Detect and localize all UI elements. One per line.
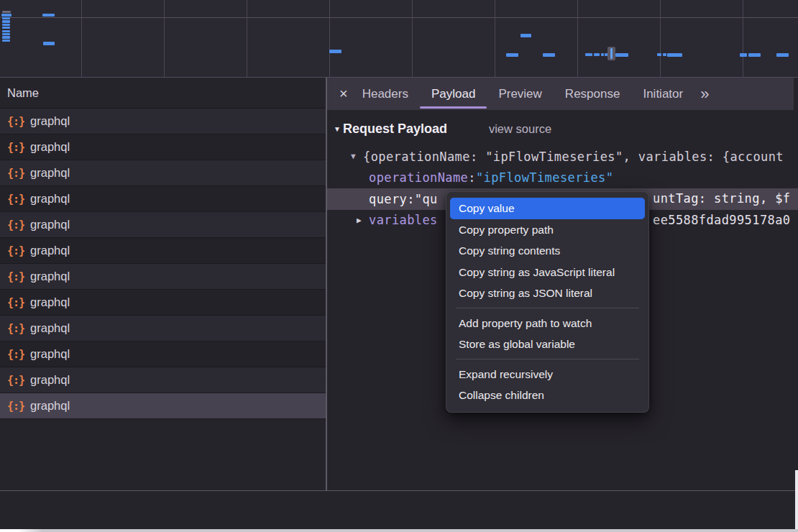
request-row[interactable]: {:}graphql bbox=[0, 367, 326, 393]
menu-item-collapse-children[interactable]: Collapse children bbox=[450, 385, 645, 406]
tab-headers[interactable]: Headers bbox=[351, 78, 420, 110]
request-name-label: graphql bbox=[30, 114, 70, 128]
network-overview-timeline[interactable] bbox=[0, 0, 798, 78]
request-row[interactable]: {:}graphql bbox=[0, 186, 326, 212]
json-request-icon: {:} bbox=[7, 115, 24, 128]
close-icon[interactable]: × bbox=[339, 86, 348, 102]
window-bottom-edge bbox=[0, 529, 798, 532]
property-key: variables bbox=[369, 213, 438, 227]
request-row[interactable]: {:}graphql bbox=[0, 134, 326, 160]
request-row[interactable]: {:}graphql bbox=[0, 109, 326, 134]
request-name-label: graphql bbox=[30, 321, 70, 335]
timeline-request-bar bbox=[667, 53, 682, 57]
json-operationname-row[interactable]: operationName: "ipFlowTimeseries" bbox=[327, 168, 798, 189]
timeline-request-bar bbox=[657, 53, 661, 56]
tab-response[interactable]: Response bbox=[554, 78, 632, 110]
request-name-label: graphql bbox=[30, 192, 70, 206]
overview-gridline bbox=[495, 0, 495, 77]
json-request-icon: {:} bbox=[7, 193, 24, 206]
timeline-request-bar bbox=[329, 50, 341, 53]
request-name-label: graphql bbox=[30, 244, 70, 257]
window-right-edge bbox=[795, 470, 798, 529]
key-separator: : bbox=[468, 170, 476, 185]
request-row[interactable]: {:}graphql bbox=[0, 238, 326, 264]
request-name-label: graphql bbox=[30, 347, 70, 361]
detail-tabs: HeadersPayloadPreviewResponseInitiator bbox=[351, 78, 694, 110]
menu-item-copy-value[interactable]: Copy value bbox=[450, 198, 645, 219]
section-title: Request Payload bbox=[343, 121, 447, 137]
json-root-preview: {operationName: "ipFlowTimeseries", vari… bbox=[363, 150, 784, 164]
collapsed-arrow-icon[interactable]: ▶ bbox=[357, 216, 369, 225]
network-panel-body: Name {:}graphql{:}graphql{:}graphql{:}gr… bbox=[0, 78, 798, 532]
tab-initiator[interactable]: Initiator bbox=[631, 78, 694, 110]
request-row[interactable]: {:}graphql bbox=[0, 290, 326, 316]
overview-gridline bbox=[412, 0, 413, 77]
timeline-request-bar bbox=[776, 53, 789, 57]
timeline-request-bar bbox=[594, 53, 600, 56]
menu-item-copy-string-contents[interactable]: Copy string contents bbox=[450, 240, 645, 262]
request-payload-section-header[interactable]: ▼ Request Payload view source bbox=[327, 119, 798, 139]
request-name-label: graphql bbox=[30, 270, 70, 283]
property-value-left: "qu bbox=[415, 192, 438, 206]
timeline-request-bar bbox=[1, 14, 12, 17]
overview-lane-divider bbox=[0, 17, 798, 18]
json-request-icon: {:} bbox=[7, 400, 24, 413]
menu-item-copy-property-path[interactable]: Copy property path bbox=[450, 219, 645, 241]
timeline-request-bar bbox=[2, 24, 10, 26]
timeline-request-bar bbox=[43, 42, 55, 45]
timeline-request-bar bbox=[2, 11, 11, 13]
request-row[interactable]: {:}graphql bbox=[0, 264, 326, 290]
tab-preview[interactable]: Preview bbox=[487, 78, 553, 110]
menu-item-copy-string-as-json-literal[interactable]: Copy string as JSON literal bbox=[450, 283, 645, 304]
section-collapse-icon[interactable]: ▼ bbox=[334, 125, 341, 133]
timeline-hover-marker-tick bbox=[610, 48, 613, 59]
key-separator: : bbox=[407, 192, 415, 206]
json-request-icon: {:} bbox=[7, 270, 24, 283]
view-source-link[interactable]: view source bbox=[489, 122, 551, 136]
timeline-request-bar bbox=[740, 53, 747, 57]
property-key: query bbox=[369, 192, 407, 206]
json-root-row[interactable]: ▼ {operationName: "ipFlowTimeseries", va… bbox=[327, 146, 798, 168]
overview-gridline bbox=[247, 0, 247, 77]
timeline-request-bar bbox=[615, 53, 628, 57]
timeline-request-bar bbox=[520, 34, 531, 37]
name-column-header[interactable]: Name bbox=[0, 78, 326, 109]
request-row[interactable]: {:}graphql bbox=[0, 212, 326, 238]
timeline-request-bar bbox=[543, 53, 555, 57]
request-name-label: graphql bbox=[30, 373, 70, 387]
menu-item-store-as-global-variable[interactable]: Store as global variable bbox=[450, 334, 645, 355]
request-list-panel: Name {:}graphql{:}graphql{:}graphql{:}gr… bbox=[0, 78, 327, 532]
menu-item-expand-recursively[interactable]: Expand recursively bbox=[450, 364, 645, 385]
json-request-icon: {:} bbox=[7, 167, 24, 180]
devtools-window: Name {:}graphql{:}graphql{:}graphql{:}gr… bbox=[0, 0, 798, 532]
json-request-icon: {:} bbox=[7, 348, 24, 361]
request-row[interactable]: {:}graphql bbox=[0, 160, 326, 186]
timeline-request-bar bbox=[585, 53, 592, 56]
timeline-request-bar bbox=[506, 53, 518, 57]
request-row-selected[interactable]: {:}graphql bbox=[0, 393, 326, 419]
name-column-label: Name bbox=[7, 86, 39, 99]
footer-area bbox=[0, 490, 798, 532]
json-request-icon: {:} bbox=[7, 141, 24, 154]
json-request-icon: {:} bbox=[7, 374, 24, 387]
timeline-request-bar bbox=[2, 17, 10, 19]
tab-payload[interactable]: Payload bbox=[420, 78, 487, 110]
property-value: "ipFlowTimeseries" bbox=[476, 170, 613, 185]
overview-gridline bbox=[329, 0, 330, 77]
detail-tab-bar: × HeadersPayloadPreviewResponseInitiator… bbox=[327, 78, 794, 110]
json-request-icon: {:} bbox=[7, 322, 24, 335]
timeline-request-bar bbox=[2, 33, 10, 35]
property-key: operationName bbox=[369, 170, 468, 185]
request-row[interactable]: {:}graphql bbox=[0, 341, 326, 367]
overview-gridline bbox=[164, 0, 165, 77]
request-name-label: graphql bbox=[30, 295, 70, 309]
request-name-label: graphql bbox=[30, 399, 70, 413]
more-tabs-icon[interactable]: » bbox=[700, 85, 707, 104]
menu-item-add-property-path-to-watch[interactable]: Add property path to watch bbox=[450, 313, 645, 334]
overview-gridline bbox=[743, 0, 743, 77]
expand-arrow-icon[interactable]: ▼ bbox=[351, 152, 363, 161]
request-list: {:}graphql{:}graphql{:}graphql{:}graphql… bbox=[0, 109, 326, 419]
request-row[interactable]: {:}graphql bbox=[0, 316, 326, 341]
timeline-request-bar bbox=[2, 20, 10, 22]
menu-item-copy-string-as-javascript-literal[interactable]: Copy string as JavaScript literal bbox=[450, 262, 645, 283]
